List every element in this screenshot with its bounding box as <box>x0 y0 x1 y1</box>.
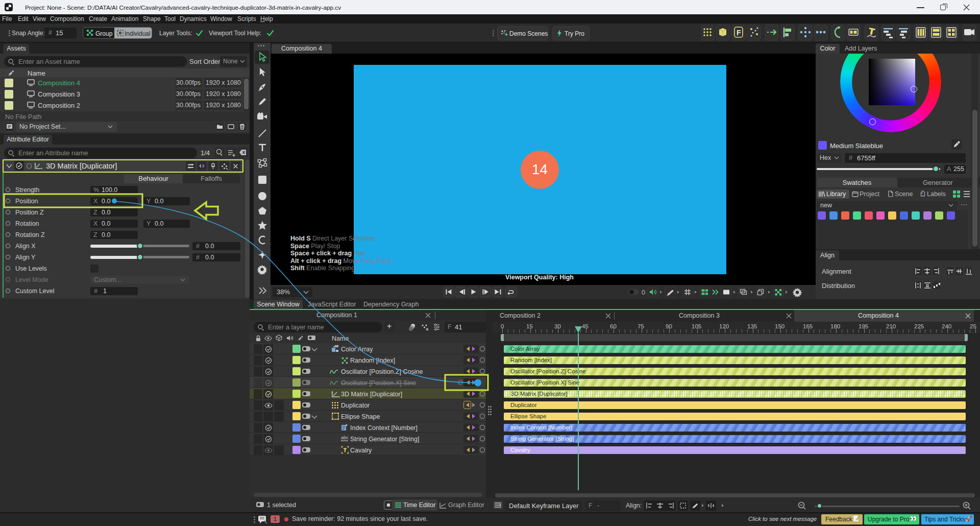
svg-text:F: F <box>737 29 741 37</box>
svg-text:abc: abc <box>341 435 349 440</box>
svg-text:0: 0 <box>642 289 645 296</box>
